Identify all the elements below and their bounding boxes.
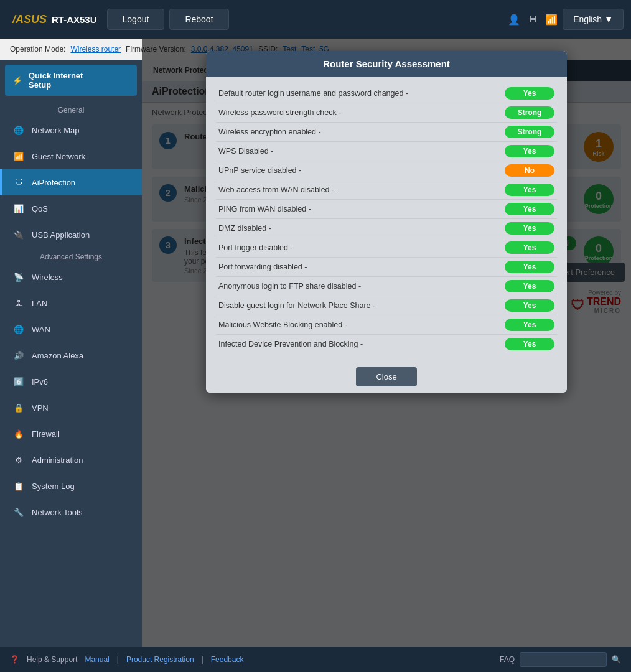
reboot-button[interactable]: Reboot bbox=[169, 9, 228, 30]
security-row-label: Wireless encryption enabled - bbox=[218, 128, 505, 136]
sidebar-item-ipv6[interactable]: 6️⃣ IPv6 bbox=[0, 368, 142, 394]
status-badge: No bbox=[505, 164, 554, 177]
status-badge: Yes bbox=[505, 222, 554, 235]
shield-icon: 🛡 bbox=[12, 175, 26, 189]
sidebar-item-aiprotection[interactable]: 🛡 AiProtection bbox=[0, 169, 142, 195]
security-row-label: UPnP service disabled - bbox=[218, 166, 505, 175]
status-badge: Yes bbox=[505, 280, 554, 292]
admin-icon: ⚙ bbox=[12, 453, 26, 467]
sidebar-item-label: USB Application bbox=[32, 230, 90, 240]
sidebar-item-label: AiProtection bbox=[32, 178, 75, 187]
modal-backdrop: Router Security Assessment Default route… bbox=[142, 60, 631, 647]
sidebar-item-guest-network[interactable]: 📶 Guest Network bbox=[0, 143, 142, 169]
security-row-label: Wireless password strength check - bbox=[218, 108, 505, 117]
globe-icon: 🌐 bbox=[12, 123, 26, 137]
sidebar-item-firewall[interactable]: 🔥 Firewall bbox=[0, 421, 142, 447]
status-badge: Yes bbox=[505, 338, 554, 350]
faq-search-input[interactable] bbox=[520, 652, 607, 667]
sidebar-item-administration[interactable]: ⚙ Administration bbox=[0, 447, 142, 473]
security-row-label: WPS Disabled - bbox=[218, 147, 505, 156]
sidebar-item-system-log[interactable]: 📋 System Log bbox=[0, 473, 142, 499]
status-badge: Yes bbox=[505, 299, 554, 312]
sidebar-item-label: Guest Network bbox=[32, 152, 85, 161]
help-support-label: Help & Support bbox=[27, 655, 77, 664]
alexa-icon: 🔊 bbox=[12, 348, 26, 362]
user-icon[interactable]: 👤 bbox=[508, 14, 520, 26]
share-icon[interactable]: 📶 bbox=[545, 14, 558, 26]
security-row-2: Wireless encryption enabled -Strong bbox=[216, 123, 557, 142]
product-registration-link[interactable]: Product Registration bbox=[126, 655, 194, 664]
sidebar-item-amazon-alexa[interactable]: 🔊 Amazon Alexa bbox=[0, 342, 142, 368]
security-row-label: Web access from WAN disabled - bbox=[218, 185, 505, 194]
chart-icon: 📊 bbox=[12, 202, 26, 215]
faq-label: FAQ bbox=[500, 655, 515, 664]
sidebar-item-network-tools[interactable]: 🔧 Network Tools bbox=[0, 499, 142, 525]
language-button[interactable]: English ▼ bbox=[563, 9, 624, 30]
security-row-10: Anonymous login to FTP share disabled -Y… bbox=[216, 277, 557, 296]
help-icon: ❓ bbox=[10, 655, 19, 664]
status-badge: Strong bbox=[505, 106, 554, 119]
logo-area: /ASUS RT-AX53U bbox=[7, 11, 102, 29]
sidebar-item-label: Amazon Alexa bbox=[32, 351, 83, 360]
status-badge: Yes bbox=[505, 203, 554, 215]
security-row-13: Infected Device Prevention and Blocking … bbox=[216, 335, 557, 353]
feedback-link[interactable]: Feedback bbox=[211, 655, 244, 664]
top-icons: 👤 🖥 📶 bbox=[508, 14, 558, 26]
wifi-icon: 📶 bbox=[12, 149, 26, 163]
sidebar-item-label: System Log bbox=[32, 482, 75, 491]
modal-body: Default router login username and passwo… bbox=[206, 77, 567, 361]
sidebar-item-qos[interactable]: 📊 QoS bbox=[0, 195, 142, 222]
status-badge: Strong bbox=[505, 126, 554, 138]
wireless-icon: 📡 bbox=[12, 270, 26, 284]
sidebar-item-usb-application[interactable]: 🔌 USB Application bbox=[0, 222, 142, 248]
security-row-label: PING from WAN disabled - bbox=[218, 205, 505, 213]
main-layout: ⚡ Quick InternetSetup General 🌐 Network … bbox=[0, 60, 631, 647]
quick-setup-label: Quick InternetSetup bbox=[29, 71, 83, 90]
security-row-label: Infected Device Prevention and Blocking … bbox=[218, 340, 505, 348]
security-row-label: Port forwarding disabled - bbox=[218, 263, 505, 271]
sidebar-item-label: Network Map bbox=[32, 126, 80, 135]
advanced-section-label: Advanced Settings bbox=[0, 248, 142, 264]
security-row-8: Port trigger disabled -Yes bbox=[216, 238, 557, 258]
security-row-4: UPnP service disabled -No bbox=[216, 161, 557, 180]
status-badge: Yes bbox=[505, 145, 554, 157]
logout-button[interactable]: Logout bbox=[107, 9, 165, 30]
sidebar-item-label: WAN bbox=[32, 325, 50, 334]
sidebar-item-wireless[interactable]: 📡 Wireless bbox=[0, 264, 142, 290]
sidebar-item-label: Administration bbox=[32, 455, 83, 465]
close-modal-button[interactable]: Close bbox=[356, 367, 416, 386]
sidebar-item-label: VPN bbox=[32, 403, 49, 413]
security-row-1: Wireless password strength check -Strong bbox=[216, 103, 557, 123]
sidebar-item-lan[interactable]: 🖧 LAN bbox=[0, 290, 142, 316]
modal-footer: Close bbox=[206, 361, 567, 393]
sidebar-item-network-map[interactable]: 🌐 Network Map bbox=[0, 117, 142, 143]
status-badge: Yes bbox=[505, 87, 554, 100]
fire-icon: 🔥 bbox=[12, 427, 26, 441]
monitor-icon[interactable]: 🖥 bbox=[528, 14, 538, 25]
search-icon[interactable]: 🔍 bbox=[612, 655, 621, 664]
sidebar-item-label: Wireless bbox=[32, 273, 63, 282]
log-icon: 📋 bbox=[12, 479, 26, 493]
security-row-label: Default router login username and passwo… bbox=[218, 89, 505, 98]
content-area: Network Protection Malicious Sites Block… bbox=[142, 60, 631, 647]
sidebar-item-vpn[interactable]: 🔒 VPN bbox=[0, 394, 142, 421]
status-badge: Yes bbox=[505, 261, 554, 273]
manual-link[interactable]: Manual bbox=[85, 655, 109, 664]
security-row-label: Anonymous login to FTP share disabled - bbox=[218, 282, 505, 291]
modal-title: Router Security Assessment bbox=[206, 60, 567, 77]
sidebar-item-wan[interactable]: 🌐 WAN bbox=[0, 316, 142, 342]
status-badge: Yes bbox=[505, 319, 554, 331]
security-row-7: DMZ disabled -Yes bbox=[216, 219, 557, 238]
general-section-label: General bbox=[0, 101, 142, 117]
security-row-label: DMZ disabled - bbox=[218, 224, 505, 233]
sidebar: ⚡ Quick InternetSetup General 🌐 Network … bbox=[0, 60, 142, 647]
model-name: RT-AX53U bbox=[52, 14, 97, 25]
asus-logo: /ASUS bbox=[12, 13, 47, 26]
quick-internet-setup-button[interactable]: ⚡ Quick InternetSetup bbox=[5, 65, 137, 96]
sidebar-item-label: Network Tools bbox=[32, 508, 82, 517]
lightning-icon: ⚡ bbox=[12, 76, 22, 85]
usb-icon: 🔌 bbox=[12, 228, 26, 241]
op-mode-value[interactable]: Wireless router bbox=[70, 45, 121, 54]
security-row-label: Malicious Website Blocking enabled - bbox=[218, 320, 505, 329]
sidebar-item-label: QoS bbox=[32, 204, 48, 213]
